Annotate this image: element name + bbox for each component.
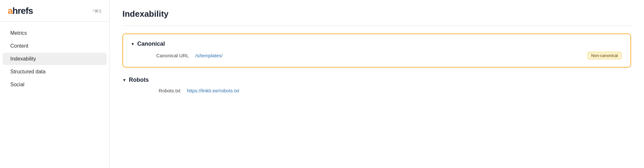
canonical-section-header: ▼ Canonical [131, 41, 621, 47]
robots-section-title: Robots [129, 77, 149, 83]
sidebar-header: ahrefs ^⌘S [0, 0, 109, 22]
canonical-url-label: Canonical URL [144, 53, 189, 58]
robots-row: Robots.txt https://linktr.ee/robots.txt [122, 88, 631, 93]
non-canonical-badge: Non-canonical [588, 52, 621, 59]
sidebar-nav: Metrics Content Indexability Structured … [0, 22, 109, 96]
sidebar-item-content[interactable]: Content [3, 40, 107, 52]
canonical-section: ▼ Canonical Canonical URL /s/templates/ … [122, 33, 631, 68]
page-title: Indexability [122, 9, 631, 19]
robots-txt-label: Robots.txt [135, 88, 180, 93]
sidebar-item-structured-data[interactable]: Structured data [3, 66, 107, 78]
sidebar-item-social[interactable]: Social [3, 79, 107, 91]
logo-rest: hrefs [13, 6, 33, 16]
sidebar: ahrefs ^⌘S Metrics Content Indexability … [0, 0, 110, 168]
robots-section: ▼ Robots Robots.txt https://linktr.ee/ro… [122, 77, 631, 93]
canonical-row: Canonical URL /s/templates/ Non-canonica… [131, 52, 621, 59]
main-content: Indexability ▼ Canonical Canonical URL /… [110, 0, 644, 168]
title-divider [122, 25, 631, 26]
sidebar-item-indexability[interactable]: Indexability [3, 53, 107, 65]
logo: ahrefs [8, 6, 33, 16]
shortcut-hint: ^⌘S [92, 9, 101, 14]
canonical-section-title: Canonical [137, 41, 165, 47]
canonical-url-link[interactable]: /s/templates/ [195, 53, 588, 58]
robots-txt-link[interactable]: https://linktr.ee/robots.txt [187, 88, 631, 93]
chevron-down-icon: ▼ [131, 42, 135, 46]
robots-section-header: ▼ Robots [122, 77, 631, 83]
logo-a: a [8, 6, 13, 16]
chevron-down-icon-robots: ▼ [122, 78, 126, 82]
sidebar-item-metrics[interactable]: Metrics [3, 27, 107, 39]
